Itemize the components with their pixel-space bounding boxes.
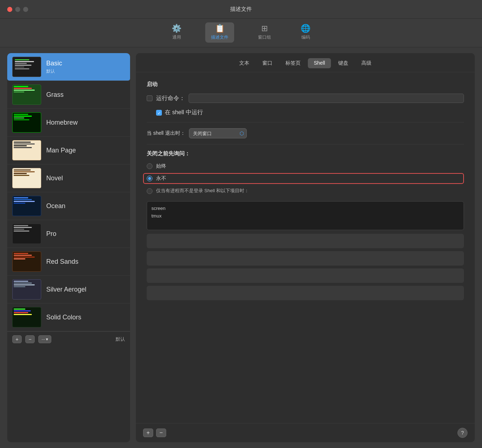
radio-condition-label: 仅当有进程而不是登录 Shell 和以下项目时： [156,188,249,194]
sidebar-item-basic[interactable]: Basic 默认 [7,53,130,81]
radio-always[interactable] [147,163,152,169]
profile-info-solidcolors: Solid Colors [46,314,125,321]
tab-shell[interactable]: Shell [308,58,331,68]
windowgroups-icon: ⊞ [261,25,268,33]
panel-content: 启动 运行命令： ✓ 在 shell 中运行 当 shell 退出时： 关闭窗口 [136,72,475,423]
run-in-shell-checkbox[interactable]: ✓ [156,110,162,116]
help-button[interactable]: ? [457,428,468,438]
encoding-icon: 🌐 [301,25,310,33]
toolbar-item-general[interactable]: ⚙️ 通用 [166,22,187,43]
close-button[interactable] [7,7,12,12]
profile-info-grass: Grass [46,91,125,99]
add-item-button[interactable]: + [143,428,153,437]
sidebar-item-silveraerogel[interactable]: Silver Aerogel [7,276,130,303]
profiles-icon: 📋 [215,25,225,33]
close-window-dropdown-wrap: 关闭窗口 ⬡ [189,128,247,138]
profile-info-basic: Basic 默认 [46,60,125,74]
profile-thumb-grass [12,85,41,105]
traffic-lights [7,7,28,12]
radio-condition[interactable] [147,188,152,194]
window-title: 描述文件 [230,6,252,13]
sidebar-item-manpage[interactable]: Man Page [7,137,130,164]
profile-info-silveraerogel: Silver Aerogel [46,286,125,293]
profile-name-basic: Basic [46,60,125,67]
profile-name-grass: Grass [46,91,125,99]
toolbar-label-general: 通用 [172,34,181,40]
gray-box-4 [147,286,464,300]
profile-info-redsands: Red Sands [46,258,125,266]
profile-thumb-redsands [12,251,41,272]
radio-row-always: 始终 [147,163,464,169]
profile-thumb-pro [12,224,41,244]
chevron-down-icon: ▾ [46,337,48,342]
fullscreen-button[interactable] [23,7,28,12]
profile-name-pro: Pro [46,230,125,238]
profile-name-redsands: Red Sands [46,258,125,266]
run-in-shell-label: 在 shell 中运行 [165,109,203,116]
gray-box-3 [147,268,464,283]
toolbar-item-encoding[interactable]: 🌐 编码 [295,22,316,43]
gray-box-1 [147,234,464,248]
profile-info-manpage: Man Page [46,147,125,154]
profile-thumb-novel [12,168,41,188]
remove-item-button[interactable]: − [156,428,166,437]
toolbar: ⚙️ 通用 📋 描述文件 ⊞ 窗口组 🌐 编码 [0,19,482,47]
gear-icon: ⚙️ [172,25,181,33]
right-panel: 文本 窗口 标签页 Shell 键盘 高级 启动 运行命令： ✓ 在 shell [136,53,475,442]
sidebar-item-solidcolors[interactable]: Solid Colors [7,303,130,331]
toolbar-item-profiles[interactable]: 📋 描述文件 [205,22,234,43]
list-item-tmux: tmux [151,212,459,220]
radio-never[interactable] [147,176,152,181]
more-dots-icon: ··· [42,337,45,342]
gray-boxes-area [147,234,464,300]
startup-section-title: 启动 [147,81,464,88]
profile-name-solidcolors: Solid Colors [46,314,125,321]
sidebar-bottom-bar: + − ··· ▾ 默认 [7,331,130,347]
titlebar: 描述文件 [0,0,482,19]
profile-default-basic: 默认 [46,68,125,74]
shell-tabs: 文本 窗口 标签页 Shell 键盘 高级 [136,53,475,72]
minimize-button[interactable] [15,7,20,12]
radio-always-label: 始终 [156,163,166,169]
radio-row-never: 永不 [143,173,464,184]
when-shell-exits-row: 当 shell 退出时： 关闭窗口 ⬡ [147,128,464,138]
sidebar-item-grass[interactable]: Grass [7,81,130,109]
profile-name-homebrew: Homebrew [46,119,125,126]
sidebar-item-ocean[interactable]: Ocean [7,192,130,220]
tab-window[interactable]: 窗口 [257,58,278,68]
more-actions-button[interactable]: ··· ▾ [38,335,51,343]
ask-before-close-title: 关闭之前先询问： [147,150,464,157]
tab-advanced[interactable]: 高级 [356,58,377,68]
sidebar-item-redsands[interactable]: Red Sands [7,248,130,276]
panel-bottom-bar: + − ? [136,423,475,442]
toolbar-item-windowgroups[interactable]: ⊞ 窗口组 [252,22,277,43]
process-list: screen tmux [147,201,464,230]
profile-name-ocean: Ocean [46,202,125,210]
list-item-screen: screen [151,204,459,212]
profile-name-silveraerogel: Silver Aerogel [46,286,125,293]
radio-group-ask: 始终 永不 仅当有进程而不是登录 Shell 和以下项目时： [147,163,464,198]
profile-info-homebrew: Homebrew [46,119,125,126]
close-window-dropdown[interactable]: 关闭窗口 [189,128,247,138]
sidebar-item-novel[interactable]: Novel [7,164,130,192]
profile-thumb-silveraerogel [12,279,41,300]
add-profile-button[interactable]: + [12,335,22,343]
tab-text[interactable]: 文本 [233,58,255,68]
remove-profile-button[interactable]: − [25,335,35,343]
toolbar-label-windowgroups: 窗口组 [258,34,271,40]
toolbar-label-profiles: 描述文件 [211,34,228,40]
run-command-row: 运行命令： [147,94,464,103]
run-command-checkbox[interactable] [147,95,152,101]
tab-keyboard[interactable]: 键盘 [332,58,354,68]
sidebar-item-pro[interactable]: Pro [7,220,130,248]
profiles-sidebar: Basic 默认 Grass [7,53,130,442]
run-in-shell-row: ✓ 在 shell 中运行 [156,109,464,116]
profile-thumb-ocean [12,196,41,216]
profile-name-novel: Novel [46,175,125,182]
when-shell-exits-label: 当 shell 退出时： [147,130,185,137]
run-command-input[interactable] [189,94,464,103]
profile-thumb-manpage [12,140,41,160]
profile-thumb-solidcolors [12,307,41,327]
sidebar-item-homebrew[interactable]: Homebrew [7,109,130,137]
tab-tabs[interactable]: 标签页 [280,58,306,68]
